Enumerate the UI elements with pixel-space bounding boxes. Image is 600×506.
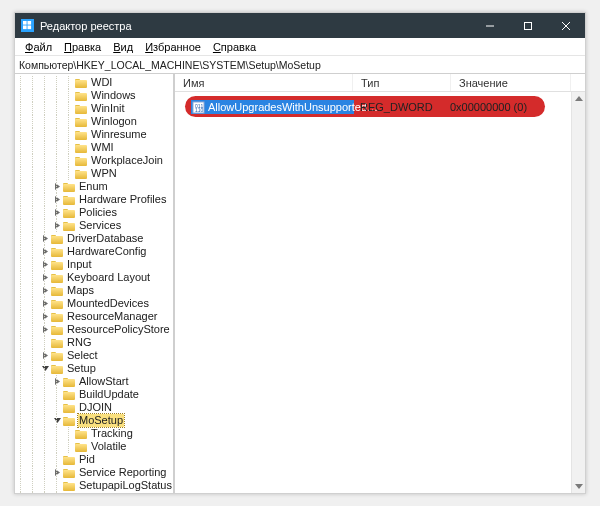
tree-node-label: WMI — [90, 141, 115, 154]
menu-edit[interactable]: Правка — [58, 41, 107, 53]
folder-icon — [63, 468, 75, 478]
folder-icon — [63, 182, 75, 192]
list-header[interactable]: Имя Тип Значение — [175, 74, 585, 92]
tree-node-label: Select — [66, 349, 99, 362]
value-row[interactable]: 011110 AllowUpgradesWithUnsupported… REG… — [191, 100, 554, 114]
folder-icon — [75, 130, 87, 140]
tree-node-label: Volatile — [90, 440, 127, 453]
menu-file[interactable]: Файл — [19, 41, 58, 53]
tree-node[interactable]: WMI — [15, 141, 173, 154]
address-bar[interactable]: Компьютер\HKEY_LOCAL_MACHINE\SYSTEM\Setu… — [15, 56, 585, 74]
tree-node[interactable]: Input — [15, 258, 173, 271]
tree-node[interactable]: Volatile — [15, 440, 173, 453]
col-type[interactable]: Тип — [353, 74, 451, 91]
tree-node[interactable]: Select — [15, 349, 173, 362]
tree-expander-icon[interactable] — [41, 300, 50, 307]
tree-node[interactable]: BuildUpdate — [15, 388, 173, 401]
tree-expander-icon[interactable] — [41, 313, 50, 320]
value-data: 0x00000000 (0) — [444, 101, 554, 113]
tree-pane[interactable]: WDIWindowsWinInitWinlogonWinresumeWMIWor… — [15, 74, 175, 493]
folder-icon — [63, 455, 75, 465]
tree-expander-icon[interactable] — [41, 261, 50, 268]
value-name: AllowUpgradesWithUnsupported… — [208, 101, 378, 113]
tree-expander-icon[interactable] — [41, 248, 50, 255]
tree-node[interactable]: Services — [15, 219, 173, 232]
tree-node[interactable]: MoSetup — [15, 414, 173, 427]
tree-expander-icon[interactable] — [53, 183, 62, 190]
tree-expander-icon[interactable] — [41, 326, 50, 333]
close-button[interactable] — [547, 13, 585, 38]
minimize-button[interactable] — [471, 13, 509, 38]
maximize-button[interactable] — [509, 13, 547, 38]
tree-node-label: WorkplaceJoin — [90, 154, 164, 167]
folder-icon — [51, 286, 63, 296]
tree-node[interactable]: ResourceManager — [15, 310, 173, 323]
tree-expander-icon[interactable] — [41, 287, 50, 294]
tree-expander-icon[interactable] — [41, 352, 50, 359]
window-controls — [471, 13, 585, 38]
tree-node[interactable]: HardwareConfig — [15, 245, 173, 258]
folder-icon — [75, 156, 87, 166]
tree-node-label: MoSetup — [78, 414, 124, 427]
folder-icon — [51, 234, 63, 244]
tree-node[interactable]: SetupapiLogStatus — [15, 479, 173, 492]
tree-node[interactable]: RNG — [15, 336, 173, 349]
tree-node-label: SetupCl — [78, 492, 119, 493]
tree-node[interactable]: Enum — [15, 180, 173, 193]
tree-node[interactable]: WorkplaceJoin — [15, 154, 173, 167]
folder-icon — [51, 312, 63, 322]
tree-expander-icon[interactable] — [53, 378, 62, 385]
tree-node-label: WinInit — [90, 102, 126, 115]
app-icon — [21, 19, 34, 32]
titlebar[interactable]: Редактор реестра — [15, 13, 585, 38]
tree-node[interactable]: Winlogon — [15, 115, 173, 128]
tree-node[interactable]: DJOIN — [15, 401, 173, 414]
tree-node[interactable]: ResourcePolicyStore — [15, 323, 173, 336]
menu-help[interactable]: Справка — [207, 41, 262, 53]
tree-node[interactable]: Setup — [15, 362, 173, 375]
list-scrollbar[interactable] — [571, 92, 585, 493]
tree-node[interactable]: Pid — [15, 453, 173, 466]
tree-node-label: ResourceManager — [66, 310, 159, 323]
menu-favorites[interactable]: Избранное — [139, 41, 207, 53]
tree-expander-icon[interactable] — [53, 222, 62, 229]
tree-node[interactable]: WDI — [15, 76, 173, 89]
tree-node[interactable]: AllowStart — [15, 375, 173, 388]
tree-node[interactable]: Hardware Profiles — [15, 193, 173, 206]
folder-icon — [75, 104, 87, 114]
tree-node[interactable]: MountedDevices — [15, 297, 173, 310]
tree-node-label: SetupapiLogStatus — [78, 479, 173, 492]
col-name[interactable]: Имя — [175, 74, 353, 91]
tree-node[interactable]: Policies — [15, 206, 173, 219]
tree-node[interactable]: Tracking — [15, 427, 173, 440]
tree-node[interactable]: WinInit — [15, 102, 173, 115]
value-name-cell[interactable]: 011110 AllowUpgradesWithUnsupported… — [191, 100, 354, 114]
tree-expander-icon[interactable] — [41, 274, 50, 281]
list-pane[interactable]: Имя Тип Значение 011110 AllowUpgradesWit… — [175, 74, 585, 493]
tree-node[interactable]: Service Reporting — [15, 466, 173, 479]
tree-expander-icon[interactable] — [41, 235, 50, 242]
tree-node[interactable]: Windows — [15, 89, 173, 102]
tree-node-label: DriverDatabase — [66, 232, 144, 245]
col-data[interactable]: Значение — [451, 74, 571, 91]
tree-node[interactable]: DriverDatabase — [15, 232, 173, 245]
tree-node[interactable]: WPN — [15, 167, 173, 180]
tree-expander-icon[interactable] — [41, 365, 50, 372]
folder-icon — [75, 117, 87, 127]
tree-node[interactable]: Maps — [15, 284, 173, 297]
folder-icon — [51, 247, 63, 257]
tree-node-label: AllowStart — [78, 375, 130, 388]
tree-expander-icon[interactable] — [53, 417, 62, 424]
folder-icon — [51, 260, 63, 270]
tree-expander-icon[interactable] — [53, 196, 62, 203]
tree-node-label: Setup — [66, 362, 97, 375]
menu-view[interactable]: Вид — [107, 41, 139, 53]
tree-expander-icon[interactable] — [53, 469, 62, 476]
tree-node[interactable]: Keyboard Layout — [15, 271, 173, 284]
tree-node[interactable]: Winresume — [15, 128, 173, 141]
tree-node[interactable]: SetupCl — [15, 492, 173, 493]
tree-node-label: RNG — [66, 336, 92, 349]
tree-node-label: Policies — [78, 206, 118, 219]
folder-icon — [75, 429, 87, 439]
tree-expander-icon[interactable] — [53, 209, 62, 216]
